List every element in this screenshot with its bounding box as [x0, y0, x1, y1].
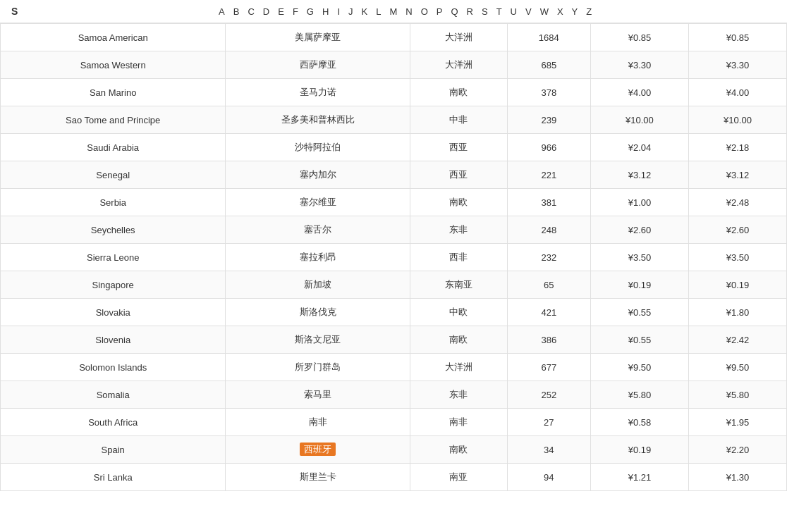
- country-region: 西非: [410, 244, 508, 271]
- price-1: ¥2.04: [590, 134, 688, 161]
- country-code: 966: [507, 134, 590, 161]
- country-region: 大洋洲: [410, 51, 508, 79]
- nav-letter-f[interactable]: F: [293, 6, 298, 17]
- country-name-cn: 塞内加尔: [226, 161, 410, 189]
- nav-letter-e[interactable]: E: [278, 6, 284, 17]
- price-2: ¥2.18: [688, 134, 786, 161]
- table-row: Solomon Islands 所罗门群岛 大洋洲 677 ¥9.50 ¥9.5…: [1, 354, 787, 381]
- country-name-en: Somalia: [1, 381, 226, 409]
- nav-letter-s[interactable]: S: [482, 6, 488, 17]
- nav-letter-k[interactable]: K: [362, 6, 368, 17]
- country-region: 大洋洲: [410, 354, 508, 381]
- country-name-cn: 圣多美和普林西比: [226, 106, 410, 134]
- country-code: 381: [507, 189, 590, 216]
- country-table: Samoa American 美属萨摩亚 大洋洲 1684 ¥0.85 ¥0.8…: [0, 23, 787, 491]
- nav-letter-m[interactable]: M: [389, 6, 397, 17]
- country-name-cn: 索马里: [226, 381, 410, 409]
- country-name-en: Sri Lanka: [1, 464, 226, 491]
- table-row: Senegal 塞内加尔 西亚 221 ¥3.12 ¥3.12: [1, 161, 787, 189]
- nav-letter-x[interactable]: X: [557, 6, 563, 17]
- nav-letter-w[interactable]: W: [540, 6, 549, 17]
- price-2: ¥2.20: [688, 436, 786, 464]
- price-1: ¥9.50: [590, 354, 688, 381]
- price-2: ¥2.42: [688, 326, 786, 354]
- country-code: 221: [507, 161, 590, 189]
- nav-letter-y[interactable]: Y: [572, 6, 578, 17]
- country-code: 65: [507, 271, 590, 299]
- country-name-cn: 圣马力诺: [226, 79, 410, 106]
- nav-letter-c[interactable]: C: [248, 6, 254, 17]
- country-code: 677: [507, 354, 590, 381]
- price-2: ¥9.50: [688, 354, 786, 381]
- country-name-cn: 塞舌尔: [226, 216, 410, 244]
- country-code: 27: [507, 409, 590, 436]
- country-region: 南欧: [410, 79, 508, 106]
- country-name-cn: 美属萨摩亚: [226, 24, 410, 51]
- price-1: ¥3.12: [590, 161, 688, 189]
- alphabet-nav: ABCDEFGHIJKLMNOPQRSTUVWXYZ: [35, 6, 776, 17]
- country-name-cn: 斯洛伐克: [226, 299, 410, 326]
- table-row: Seychelles 塞舌尔 东非 248 ¥2.60 ¥2.60: [1, 216, 787, 244]
- country-name-en: Serbia: [1, 189, 226, 216]
- price-2: ¥2.60: [688, 216, 786, 244]
- table-row: Sierra Leone 塞拉利昂 西非 232 ¥3.50 ¥3.50: [1, 244, 787, 271]
- country-name-cn: 南非: [226, 409, 410, 436]
- country-name-en: Samoa Western: [1, 51, 226, 79]
- nav-letter-u[interactable]: U: [511, 6, 517, 17]
- nav-letter-p[interactable]: P: [437, 6, 443, 17]
- price-2: ¥1.80: [688, 299, 786, 326]
- nav-letter-q[interactable]: Q: [451, 6, 458, 17]
- country-name-en: Senegal: [1, 161, 226, 189]
- country-region: 南非: [410, 409, 508, 436]
- nav-letter-o[interactable]: O: [421, 6, 428, 17]
- nav-letter-h[interactable]: H: [322, 6, 329, 17]
- country-code: 386: [507, 326, 590, 354]
- price-1: ¥3.50: [590, 244, 688, 271]
- country-name-en: Saudi Arabia: [1, 134, 226, 161]
- nav-letter-j[interactable]: J: [348, 6, 353, 17]
- price-1: ¥0.85: [590, 24, 688, 51]
- country-name-cn: 斯里兰卡: [226, 464, 410, 491]
- table-row: Sri Lanka 斯里兰卡 南亚 94 ¥1.21 ¥1.30: [1, 464, 787, 491]
- country-name-en: Samoa American: [1, 24, 226, 51]
- price-1: ¥4.00: [590, 79, 688, 106]
- country-code: 34: [507, 436, 590, 464]
- table-row: South Africa 南非 南非 27 ¥0.58 ¥1.95: [1, 409, 787, 436]
- nav-letter-i[interactable]: I: [337, 6, 340, 17]
- country-name-en: South Africa: [1, 409, 226, 436]
- nav-letter-t[interactable]: T: [496, 6, 502, 17]
- nav-letter-b[interactable]: B: [233, 6, 240, 17]
- nav-letter-d[interactable]: D: [263, 6, 269, 17]
- table-row: Samoa Western 西萨摩亚 大洋洲 685 ¥3.30 ¥3.30: [1, 51, 787, 79]
- price-2: ¥0.19: [688, 271, 786, 299]
- price-1: ¥0.55: [590, 326, 688, 354]
- country-region: 东南亚: [410, 271, 508, 299]
- nav-letter-z[interactable]: Z: [586, 6, 592, 17]
- price-1: ¥0.58: [590, 409, 688, 436]
- country-region: 东非: [410, 381, 508, 409]
- price-2: ¥10.00: [688, 106, 786, 134]
- nav-letter-v[interactable]: V: [525, 6, 532, 17]
- nav-letter-g[interactable]: G: [307, 6, 314, 17]
- nav-letter-l[interactable]: L: [376, 6, 381, 17]
- price-2: ¥3.50: [688, 244, 786, 271]
- price-1: ¥3.30: [590, 51, 688, 79]
- price-1: ¥1.21: [590, 464, 688, 491]
- table-row: Sao Tome and Principe 圣多美和普林西比 中非 239 ¥1…: [1, 106, 787, 134]
- country-name-en: Solomon Islands: [1, 354, 226, 381]
- table-row: Singapore 新加坡 东南亚 65 ¥0.19 ¥0.19: [1, 271, 787, 299]
- country-name-en: San Marino: [1, 79, 226, 106]
- nav-letter-a[interactable]: A: [219, 6, 225, 17]
- table-row: Saudi Arabia 沙特阿拉伯 西亚 966 ¥2.04 ¥2.18: [1, 134, 787, 161]
- country-name-en: Seychelles: [1, 216, 226, 244]
- country-region: 大洋洲: [410, 24, 508, 51]
- nav-letter-r[interactable]: R: [467, 6, 473, 17]
- country-region: 中非: [410, 106, 508, 134]
- country-code: 94: [507, 464, 590, 491]
- country-region: 西亚: [410, 161, 508, 189]
- nav-letter-n[interactable]: N: [405, 6, 412, 17]
- current-letter: S: [11, 6, 18, 17]
- country-name-cn: 沙特阿拉伯: [226, 134, 410, 161]
- country-region: 东非: [410, 216, 508, 244]
- country-name-cn: 西班牙: [226, 436, 410, 464]
